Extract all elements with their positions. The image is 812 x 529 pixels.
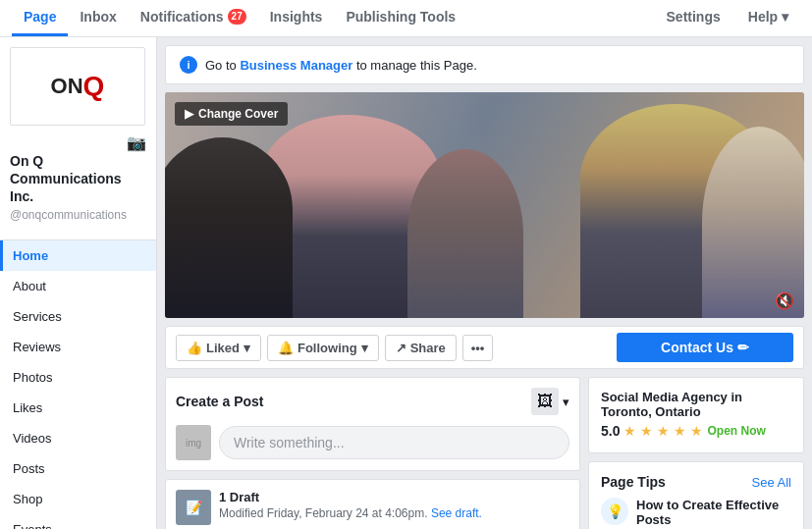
following-icon: 🔔	[278, 341, 294, 355]
liked-button[interactable]: 👍 Liked ▾	[176, 335, 261, 361]
post-photo-selector[interactable]: 🖼	[531, 388, 559, 415]
tip-icon: 💡	[601, 498, 628, 525]
nav-help[interactable]: Help ▾	[736, 0, 800, 36]
more-button[interactable]: •••	[462, 335, 494, 361]
contact-us-button[interactable]: Contact Us ✏	[617, 333, 793, 362]
share-button[interactable]: ↗ Share	[385, 335, 457, 361]
rating-number: 5.0	[601, 423, 620, 439]
following-button[interactable]: 🔔 Following ▾	[267, 335, 379, 361]
sidebar-item-shop[interactable]: Shop	[0, 484, 156, 514]
profile-logo: ON Q	[10, 47, 145, 126]
create-post-header: Create a Post 🖼 ▾	[176, 388, 569, 415]
sidebar-item-about[interactable]: About	[0, 271, 156, 301]
following-label: Following	[298, 341, 357, 355]
nav-page-label: Page	[24, 9, 56, 25]
post-avatar: img	[176, 425, 211, 460]
sidebar-item-services[interactable]: Services	[0, 301, 156, 332]
sidebar-item-reviews[interactable]: Reviews	[0, 332, 156, 362]
nav-settings[interactable]: Settings	[655, 0, 732, 36]
main-content: i Go to Business Manager to manage this …	[157, 37, 812, 529]
see-all-link[interactable]: See All	[752, 475, 791, 490]
share-label: Share	[410, 341, 446, 355]
sidebar-item-photos[interactable]: Photos	[0, 362, 156, 393]
nav-notifications[interactable]: Notifications 27	[129, 0, 258, 36]
draft-meta-text: Modified Friday, February 24 at 4:06pm.	[219, 506, 428, 520]
top-navigation: Page Inbox Notifications 27 Insights Pub…	[0, 0, 812, 37]
tip-content: How to Create Effective Posts Short, vis…	[636, 498, 791, 529]
nav-publishing-tools[interactable]: Publishing Tools	[334, 0, 467, 36]
star-4: ★	[674, 423, 686, 439]
volume-icon[interactable]: 🔇	[775, 291, 794, 310]
create-post-section: Create a Post 🖼 ▾ img Wr	[165, 377, 580, 471]
nav-publishing-tools-label: Publishing Tools	[346, 9, 456, 25]
page-tips-title: Page Tips	[601, 474, 666, 490]
main-layout: ON Q 📷 On Q Communications Inc. @onqcomm…	[0, 37, 812, 529]
draft-row: 📝 1 Draft Modified Friday, February 24 a…	[176, 490, 569, 525]
nav-insights-label: Insights	[270, 9, 323, 25]
nav-insights[interactable]: Insights	[258, 0, 335, 36]
agency-info-card: Social Media Agency in Toronto, Ontario …	[588, 377, 804, 453]
sidebar: ON Q 📷 On Q Communications Inc. @onqcomm…	[0, 37, 157, 529]
person-silhouette-4	[407, 149, 522, 319]
bm-link[interactable]: Business Manager	[240, 58, 352, 73]
sidebar-item-likes[interactable]: Likes	[0, 393, 156, 423]
info-icon: i	[180, 56, 197, 74]
star-3: ★	[657, 423, 670, 439]
post-area: Create a Post 🖼 ▾ img Wr	[165, 377, 580, 529]
draft-thumbnail: 📝	[176, 490, 211, 525]
nav-inbox[interactable]: Inbox	[68, 0, 128, 36]
stars-row: 5.0 ★ ★ ★ ★ ★ Open Now	[601, 423, 791, 439]
share-icon: ↗	[396, 341, 406, 355]
person-silhouette-5	[702, 127, 804, 319]
avatar-placeholder: img	[186, 438, 201, 449]
sidebar-item-videos[interactable]: Videos	[0, 423, 156, 453]
sidebar-item-posts[interactable]: Posts	[0, 453, 156, 484]
draft-meta: Modified Friday, February 24 at 4:06pm. …	[219, 506, 482, 520]
photo-chevron-icon: ▾	[563, 395, 569, 409]
liked-icon: 👍	[187, 341, 202, 355]
tip-title: How to Create Effective Posts	[636, 498, 791, 527]
draft-info: 1 Draft Modified Friday, February 24 at …	[219, 490, 482, 520]
action-bar: 👍 Liked ▾ 🔔 Following ▾ ↗ Share ••• Cont…	[165, 326, 804, 369]
page-tips-header: Page Tips See All	[601, 474, 791, 490]
logo-on: ON	[51, 74, 83, 99]
sidebar-nav: Home About Services Reviews Photos Likes…	[0, 240, 156, 529]
tip-row: 💡 How to Create Effective Posts Short, v…	[601, 498, 791, 529]
photo-icon: 🖼	[537, 393, 553, 410]
banner-text: Go to Business Manager to manage this Pa…	[205, 58, 477, 73]
liked-chevron: ▾	[244, 341, 250, 355]
sidebar-item-home[interactable]: Home	[0, 240, 156, 271]
business-manager-banner: i Go to Business Manager to manage this …	[165, 45, 804, 84]
open-now-badge: Open Now	[707, 424, 765, 438]
info-icon-label: i	[187, 59, 189, 71]
draft-icon: 📝	[186, 500, 202, 515]
star-2: ★	[640, 423, 653, 439]
nav-help-label: Help ▾	[748, 9, 788, 25]
profile-name: On Q Communications Inc.	[10, 152, 146, 206]
draft-count: 1 Draft	[219, 490, 482, 504]
create-post-title: Create a Post	[176, 394, 263, 409]
post-input[interactable]: Write something...	[219, 426, 569, 459]
post-input-row: img Write something...	[176, 425, 569, 460]
two-column-area: Create a Post 🖼 ▾ img Wr	[165, 377, 804, 529]
liked-label: Liked	[206, 341, 240, 355]
video-icon: ▶	[185, 107, 193, 121]
nav-notifications-label: Notifications	[140, 9, 224, 25]
camera-icon[interactable]: 📷	[127, 133, 146, 152]
sidebar-item-events[interactable]: Events	[0, 514, 156, 529]
profile-section: ON Q 📷 On Q Communications Inc. @onqcomm…	[0, 37, 156, 240]
change-cover-label: Change Cover	[198, 107, 278, 121]
person-silhouette-2	[165, 137, 293, 318]
camera-icon-row: 📷	[10, 133, 146, 152]
profile-handle: @onqcommunications	[10, 208, 146, 222]
following-chevron: ▾	[361, 341, 368, 355]
see-draft-link[interactable]: See draft.	[431, 506, 482, 520]
more-icon: •••	[471, 341, 485, 355]
change-cover-button[interactable]: ▶ Change Cover	[175, 102, 288, 126]
nav-settings-label: Settings	[667, 9, 721, 25]
nav-page[interactable]: Page	[12, 0, 68, 36]
notifications-badge: 27	[228, 9, 246, 25]
top-nav-right: Settings Help ▾	[655, 0, 800, 36]
people-scene	[165, 92, 804, 318]
page-tips-card: Page Tips See All 💡 How to Create Effect…	[588, 461, 804, 529]
